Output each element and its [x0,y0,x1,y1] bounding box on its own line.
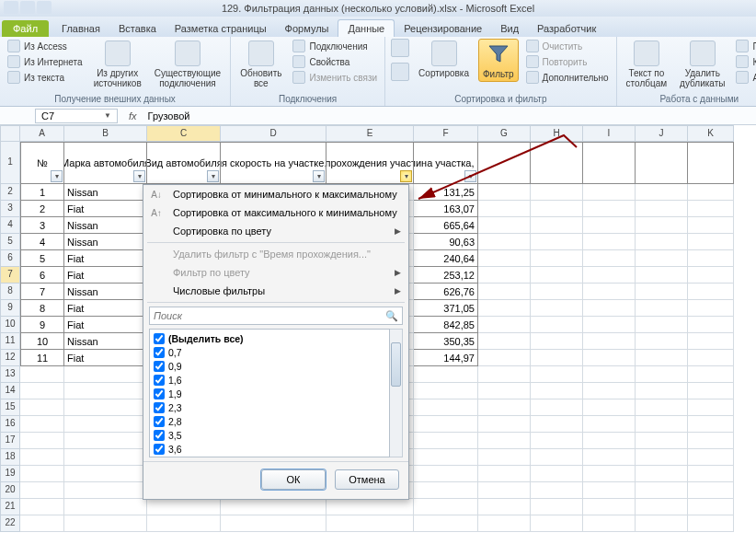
fx-icon[interactable]: fx [121,110,144,122]
filter-arrow-B[interactable]: ▾ [133,170,145,182]
cell-H18[interactable] [531,449,583,466]
cell-J2[interactable] [636,184,688,201]
tab-developer[interactable]: Разработчик [528,20,605,37]
cell-F7[interactable]: 253,12 [414,267,478,284]
cell-J21[interactable] [636,499,688,515]
cancel-button[interactable]: Отмена [335,469,399,490]
btn-edit-links[interactable]: Изменить связи [291,70,379,85]
tab-formulas[interactable]: Формулы [276,20,338,37]
row-header-19[interactable]: 19 [0,466,20,482]
row-header-17[interactable]: 17 [0,433,20,449]
cell-B15[interactable] [64,399,147,416]
cell-F16[interactable] [414,416,478,433]
cell-J17[interactable] [636,433,688,449]
filter-list-scrollbar[interactable] [390,329,403,457]
cell-B11[interactable]: Nissan [64,333,147,350]
filter-value-item[interactable]: 4,1 [154,456,385,457]
cell-K16[interactable] [688,416,734,433]
row-header-18[interactable]: 18 [0,449,20,466]
cell-K13[interactable] [688,366,734,383]
cell-H10[interactable] [531,317,583,333]
cell-F15[interactable] [414,399,478,416]
cell-J11[interactable] [636,333,688,350]
cell-J10[interactable] [636,317,688,333]
cell-J6[interactable] [636,250,688,267]
btn-advanced-filter[interactable]: Дополнительно [524,70,611,85]
col-header-F[interactable]: F [414,125,478,142]
cell-K22[interactable] [688,515,734,532]
cell-G21[interactable] [478,499,531,515]
cell-H7[interactable] [531,267,583,284]
btn-refresh-all[interactable]: Обновить все [236,39,285,90]
cell-F8[interactable]: 626,76 [414,284,478,300]
cell-A5[interactable]: 4 [20,234,64,250]
cell-A7[interactable]: 6 [20,267,64,284]
cell-G7[interactable] [478,267,531,284]
cell-F22[interactable] [414,515,478,532]
cell-H8[interactable] [531,284,583,300]
cell-A8[interactable]: 7 [20,284,64,300]
filter-value-item[interactable]: 3,6 [154,442,385,456]
tab-data[interactable]: Данные [338,19,395,37]
formula-value[interactable]: Грузовой [144,110,194,122]
cell-F12[interactable]: 144,97 [414,350,478,366]
cell-H22[interactable] [531,515,583,532]
cell-J18[interactable] [636,449,688,466]
btn-sort[interactable]: Сортировка [415,39,473,80]
cell-B16[interactable] [64,416,147,433]
cell-A18[interactable] [20,449,64,466]
cell-F20[interactable] [414,482,478,499]
cell-H21[interactable] [531,499,583,515]
cell-I10[interactable] [583,317,636,333]
table-header-E[interactable]: Время прохождения участка, час▾ [326,142,414,184]
table-header-C[interactable]: Вид автомобиля▾ [147,142,221,184]
cell-I8[interactable] [583,284,636,300]
table-header-J[interactable] [636,142,688,184]
cell-H11[interactable] [531,333,583,350]
cell-B22[interactable] [64,515,147,532]
cell-E21[interactable] [326,499,414,515]
cell-A19[interactable] [20,466,64,482]
cell-J13[interactable] [636,366,688,383]
cell-B7[interactable]: Fiat [64,267,147,284]
btn-from-web[interactable]: Из Интернета [6,54,85,69]
col-header-B[interactable]: B [64,125,147,142]
tab-insert[interactable]: Вставка [109,20,166,37]
cell-F11[interactable]: 350,35 [414,333,478,350]
cell-I3[interactable] [583,201,636,217]
cell-F19[interactable] [414,466,478,482]
filter-value-checkbox[interactable] [154,375,165,386]
filter-value-checkbox[interactable] [154,430,165,441]
cell-G13[interactable] [478,366,531,383]
btn-from-text[interactable]: Из текста [6,70,85,85]
filter-value-checkbox[interactable] [154,416,165,427]
filter-values-list[interactable]: (Выделить все)0,70,91,61,92,32,83,53,64,… [149,329,390,457]
cell-I4[interactable] [583,217,636,234]
cell-G15[interactable] [478,399,531,416]
menu-sort-by-color[interactable]: Сортировка по цвету▶ [143,222,408,240]
cell-K15[interactable] [688,399,734,416]
cell-G12[interactable] [478,350,531,366]
btn-filter[interactable]: Фильтр [478,39,519,82]
cell-G10[interactable] [478,317,531,333]
cell-I13[interactable] [583,366,636,383]
btn-text-to-columns[interactable]: Текст по столбцам [623,39,671,90]
table-header-D[interactable]: Средняя скорость на участке, км/час▾ [221,142,326,184]
cell-A10[interactable]: 9 [20,317,64,333]
cell-K12[interactable] [688,350,734,366]
cell-H20[interactable] [531,482,583,499]
cell-I6[interactable] [583,250,636,267]
col-header-K[interactable]: K [688,125,734,142]
cell-F14[interactable] [414,383,478,399]
cell-B2[interactable]: Nissan [64,184,147,201]
table-header-G[interactable] [478,142,531,184]
cell-I11[interactable] [583,333,636,350]
cell-I5[interactable] [583,234,636,250]
btn-properties[interactable]: Свойства [291,54,379,69]
cell-K8[interactable] [688,284,734,300]
cell-G3[interactable] [478,201,531,217]
cell-I7[interactable] [583,267,636,284]
cell-I2[interactable] [583,184,636,201]
cell-H14[interactable] [531,383,583,399]
btn-other-sources[interactable]: Из других источников [90,39,145,90]
